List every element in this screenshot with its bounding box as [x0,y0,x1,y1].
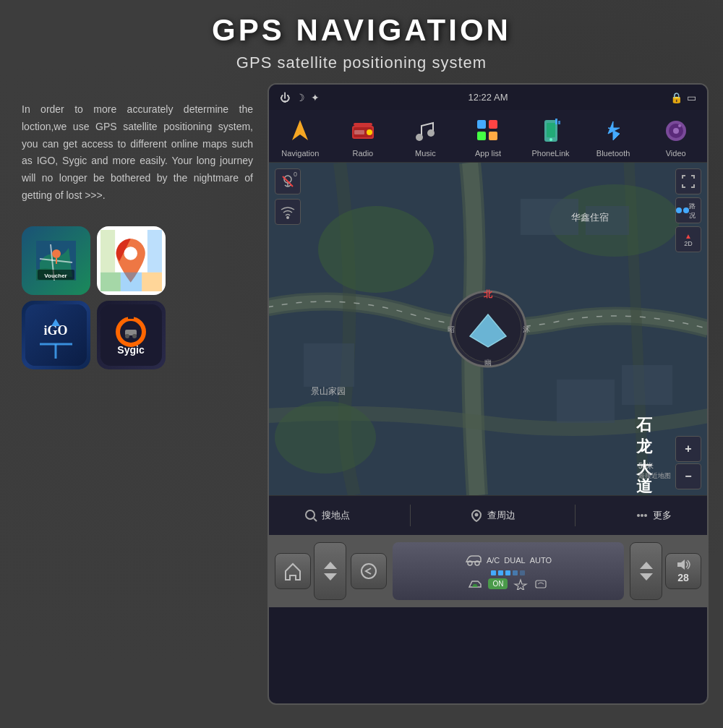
distance-label: 50米 最接近地图 [638,461,671,481]
hardware-bar: A/C DUAL AUTO [269,535,707,607]
more-btn[interactable]: 更多 [624,503,683,528]
svg-point-74 [306,510,315,519]
sub-title: GPS satellite positioning system [0,53,723,72]
svg-point-34 [427,129,435,137]
svg-marker-80 [324,562,337,569]
video-icon [661,116,691,146]
svg-rect-36 [489,120,497,129]
device-screen: ⏻ ☽ ✦ 12:22 AM 🔒 ▭ Navigation [268,83,709,705]
app-icon-igo[interactable]: iGO [22,301,90,369]
svg-text:Voucher: Voucher [44,273,67,279]
ac-on-badge: ON [488,578,508,589]
svg-text:华鑫住宿: 华鑫住宿 [571,212,609,223]
road-status-btn[interactable]: 路况 [675,197,701,223]
volume-display[interactable]: 28 [665,553,701,589]
nav-label-music: Music [415,149,436,158]
left-controls: 0 [275,168,301,225]
nav-item-phonelink[interactable]: PhoneLink [526,116,576,158]
svg-text:幽: 幽 [484,359,492,367]
mute-btn[interactable]: 0 [275,168,301,194]
view-2d-btn[interactable]: ▲ 2D [675,226,701,252]
nav-menu: Navigation Radio [269,110,707,163]
svg-text:Sygic: Sygic [117,344,145,356]
svg-marker-88 [640,573,653,581]
navigation-icon [285,116,315,146]
svg-rect-9 [100,273,121,291]
moon-icon: ☽ [296,92,305,103]
fullscreen-btn[interactable] [675,168,701,194]
svg-rect-38 [489,132,497,140]
nav-label-phonelink: PhoneLink [532,149,570,158]
nav-label-applist: App list [475,149,501,158]
svg-marker-27 [292,120,308,140]
nav-item-radio[interactable]: Radio [338,116,388,158]
nav-label-radio: Radio [352,149,373,158]
svg-point-30 [367,129,372,135]
svg-marker-87 [640,562,653,569]
radio-icon [348,116,378,146]
nav-item-navigation[interactable]: Navigation [275,116,325,158]
svg-rect-40 [547,123,555,137]
zoom-in-btn[interactable]: + [675,436,701,462]
svg-point-46 [673,128,679,134]
svg-rect-32 [354,123,372,126]
power-icon: ⏻ [280,92,290,103]
svg-point-41 [549,138,552,141]
svg-rect-52 [521,199,578,235]
svg-rect-37 [477,132,486,140]
nav-item-bluetooth[interactable]: Bluetooth [588,116,638,158]
svg-marker-81 [324,573,337,581]
search-bar: 搜地点 查周边 更多 [269,495,707,535]
lock-icon: 🔒 [670,92,683,103]
svg-line-75 [314,518,317,521]
svg-point-8 [124,247,137,260]
svg-rect-43 [558,121,560,124]
map-area: 华鑫住宿 石 龙 大 道 景山家园 北 幽 沭 昭 [269,163,707,495]
svg-rect-54 [304,343,354,387]
search-place-btn[interactable]: 搜地点 [293,503,362,528]
svg-rect-12 [100,230,115,273]
ac-panel: A/C DUAL AUTO [393,542,624,600]
back-btn[interactable] [351,553,387,589]
nav-item-video[interactable]: Video [651,116,701,158]
nav-item-music[interactable]: Music [400,116,450,158]
home-btn[interactable] [275,553,311,589]
svg-point-51 [275,401,376,474]
svg-text:昭: 昭 [448,325,455,333]
svg-text:石: 石 [636,416,653,434]
wifi-btn[interactable] [275,199,301,225]
right-controls: 路况 ▲ 2D [675,168,701,252]
svg-rect-42 [555,119,557,124]
svg-text:龙: 龙 [636,437,653,455]
search-nearby-btn[interactable]: 查周边 [458,503,527,528]
battery-icon: ▭ [687,92,696,103]
svg-text:景山家园: 景山家园 [311,386,346,396]
status-right-icons: 🔒 ▭ [670,92,696,103]
app-icon-google-maps[interactable] [97,226,166,295]
nav-label-navigation: Navigation [281,149,319,158]
vol-up-down-left[interactable] [314,542,346,600]
svg-rect-11 [142,273,162,291]
app-icon-sygic-voucher[interactable]: Voucher [22,226,90,295]
status-time: 12:22 AM [469,92,508,103]
app-icon-sygic[interactable]: Sygic [97,301,166,369]
app-icons-grid: Voucher [22,226,166,369]
svg-point-49 [318,206,434,293]
svg-text:沭: 沭 [523,325,530,333]
status-bar: ⏻ ☽ ✦ 12:22 AM 🔒 ▭ [269,85,707,110]
bluetooth-icon [598,116,628,146]
page: GPS NAVIGATION GPS satellite positioning… [0,0,723,728]
svg-text:北: 北 [483,289,493,299]
nav-item-applist[interactable]: App list [463,116,513,158]
phonelink-icon [536,116,566,146]
svg-rect-35 [477,120,486,129]
nav-label-video: Video [666,149,686,158]
svg-point-33 [416,134,423,141]
svg-point-79 [644,514,647,517]
vol-up-down-right[interactable] [630,542,662,600]
svg-point-3 [52,249,61,258]
zoom-out-btn[interactable]: − [675,463,701,489]
svg-rect-56 [622,365,672,405]
svg-point-78 [641,514,643,517]
nav-label-bluetooth: Bluetooth [596,149,630,158]
